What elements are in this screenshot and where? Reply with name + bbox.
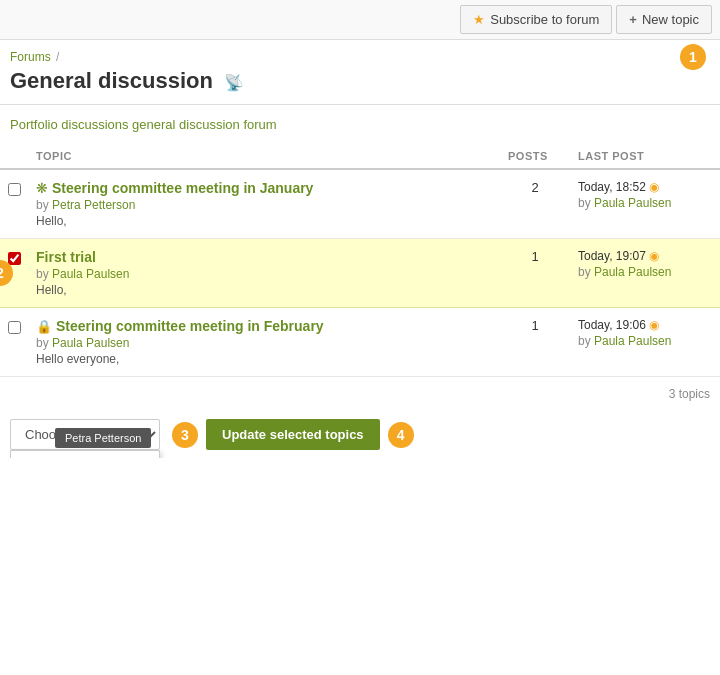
th-checkbox: [0, 144, 28, 169]
topics-count: 3 topics: [0, 377, 720, 411]
breadcrumb: Forums /: [0, 40, 720, 66]
page-title: General discussion 📡: [0, 66, 720, 105]
th-lastpost: LAST POST: [570, 144, 720, 169]
topic-title-link[interactable]: Steering committee meeting in January: [52, 180, 313, 196]
row-checkbox-cell: [0, 169, 28, 239]
lastpost-time: Today, 19:06 ◉: [578, 318, 712, 332]
topic-author: by Paula Paulsen: [36, 336, 492, 350]
star-icon: ★: [473, 12, 485, 27]
row-topic-cell: 🔒Steering committee meeting in Februaryb…: [28, 308, 500, 377]
row-posts-count: 1: [500, 308, 570, 377]
dropdown-item-choose[interactable]: Choose an action: [11, 451, 159, 458]
lastpost-author-link[interactable]: Paula Paulsen: [594, 196, 671, 210]
topic-title-link[interactable]: First trial: [36, 249, 96, 265]
table-row: ❋Steering committee meeting in Januaryby…: [0, 169, 720, 239]
step-badge-1: 1: [680, 44, 706, 70]
step-badge-4: 4: [388, 422, 414, 448]
row-checkbox[interactable]: [8, 321, 21, 334]
lastpost-author-link[interactable]: Paula Paulsen: [594, 334, 671, 348]
topic-preview: Hello,: [36, 283, 492, 297]
lastpost-rss-icon: ◉: [649, 249, 659, 263]
top-bar: ★ Subscribe to forum + New topic: [0, 0, 720, 40]
row-lastpost-cell: Today, 19:06 ◉by Paula Paulsen: [570, 308, 720, 377]
row-lastpost-cell: Today, 18:52 ◉by Paula Paulsen: [570, 169, 720, 239]
author-link[interactable]: Petra Petterson: [52, 198, 135, 212]
lastpost-rss-icon: ◉: [649, 318, 659, 332]
th-topic: TOPIC: [28, 144, 500, 169]
forum-description: Portfolio discussions general discussion…: [0, 105, 720, 144]
table-row: First trialby Paula PaulsenHello,1Today,…: [0, 239, 720, 308]
lastpost-author-link[interactable]: Paula Paulsen: [594, 265, 671, 279]
subscribe-label: Subscribe to forum: [490, 12, 599, 27]
row-lastpost-cell: Today, 19:07 ◉by Paula Paulsen: [570, 239, 720, 308]
lastpost-author: by Paula Paulsen: [578, 196, 712, 210]
topic-title-link[interactable]: Steering committee meeting in February: [56, 318, 324, 334]
row-checkbox[interactable]: [8, 183, 21, 196]
lastpost-author: by Paula Paulsen: [578, 334, 712, 348]
step-badge-3: 3: [172, 422, 198, 448]
topic-preview: Hello,: [36, 214, 492, 228]
subscribe-to-forum-button[interactable]: ★ Subscribe to forum: [460, 5, 612, 34]
lastpost-author: by Paula Paulsen: [578, 265, 712, 279]
dropdown-menu: Choose an action Subscribe Unsubscribe: [10, 450, 160, 458]
topic-table: TOPIC POSTS LAST POST ❋Steering committe…: [0, 144, 720, 377]
author-tooltip: Petra Petterson: [55, 428, 151, 448]
row-checkbox-cell: [0, 308, 28, 377]
row-topic-cell: First trialby Paula PaulsenHello,: [28, 239, 500, 308]
new-topic-label: New topic: [642, 12, 699, 27]
topic-preview: Hello everyone,: [36, 352, 492, 366]
topic-icon: ❋: [36, 180, 48, 196]
lock-icon: 🔒: [36, 319, 52, 334]
topic-author: by Petra Petterson: [36, 198, 492, 212]
table-row: 🔒Steering committee meeting in Februaryb…: [0, 308, 720, 377]
row-posts-count: 1: [500, 239, 570, 308]
rss-icon: 📡: [224, 74, 244, 91]
row-posts-count: 2: [500, 169, 570, 239]
author-link[interactable]: Paula Paulsen: [52, 336, 129, 350]
topic-author: by Paula Paulsen: [36, 267, 492, 281]
forums-link[interactable]: Forums: [10, 50, 51, 64]
new-topic-button[interactable]: + New topic: [616, 5, 712, 34]
th-posts: POSTS: [500, 144, 570, 169]
lastpost-time: Today, 18:52 ◉: [578, 180, 712, 194]
plus-icon: +: [629, 12, 637, 27]
update-selected-topics-button[interactable]: Update selected topics: [206, 419, 380, 450]
lastpost-time: Today, 19:07 ◉: [578, 249, 712, 263]
lastpost-rss-icon: ◉: [649, 180, 659, 194]
author-link[interactable]: Paula Paulsen: [52, 267, 129, 281]
breadcrumb-sep: /: [56, 50, 59, 64]
row-checkbox[interactable]: [8, 252, 21, 265]
row-topic-cell: ❋Steering committee meeting in Januaryby…: [28, 169, 500, 239]
table-header-row: TOPIC POSTS LAST POST: [0, 144, 720, 169]
